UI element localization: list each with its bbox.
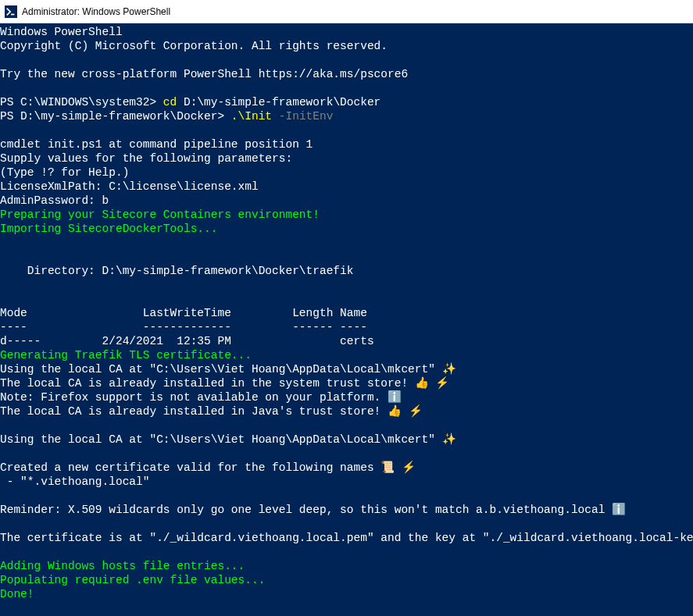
terminal-line: AdminPassword: b [0,194,693,208]
window-title: Administrator: Windows PowerShell [22,6,170,17]
terminal-line [0,250,693,264]
terminal-line: Reminder: X.509 wildcards only go one le… [0,503,693,517]
terminal-line [0,489,693,503]
terminal-line: - "*.viethoang.local" [0,475,693,489]
terminal-line: LicenseXmlPath: C:\license\license.xml [0,180,693,194]
window-titlebar: Administrator: Windows PowerShell [0,0,693,23]
terminal-line: Importing SitecoreDockerTools... [0,222,693,236]
terminal-line: Try the new cross-platform PowerShell ht… [0,67,693,81]
terminal-line [0,545,693,559]
terminal-line: Using the local CA at "C:\Users\Viet Hoa… [0,433,693,447]
terminal-line: Generating Traefik TLS certificate... [0,348,693,362]
terminal-line: Adding Windows hosts file entries... [0,559,693,573]
terminal-line: Using the local CA at "C:\Users\Viet Hoa… [0,362,693,376]
terminal-line [0,236,693,250]
terminal-line: Directory: D:\my-simple-framework\Docker… [0,264,693,278]
terminal-line: Created a new certificate valid for the … [0,461,693,475]
terminal-line: The local CA is already installed in the… [0,376,693,390]
terminal-line: cmdlet init.ps1 at command pipeline posi… [0,137,693,151]
terminal-line: Note: Firefox support is not available o… [0,390,693,404]
terminal-line [0,292,693,306]
powershell-icon [5,5,17,18]
terminal-line: ---- ------------- ------ ---- [0,320,693,334]
terminal-line: Done! [0,587,693,601]
terminal-output[interactable]: Windows PowerShellCopyright (C) Microsof… [0,23,693,603]
terminal-line [0,418,693,433]
terminal-line [0,53,693,67]
terminal-line [0,447,693,461]
terminal-line: PS C:\WINDOWS\system32> cd D:\my-simple-… [0,95,693,109]
terminal-line [0,81,693,95]
terminal-line: Preparing your Sitecore Containers envir… [0,208,693,222]
terminal-line [0,123,693,137]
terminal-line: (Type !? for Help.) [0,166,693,180]
terminal-line: Supply values for the following paramete… [0,151,693,166]
terminal-line: d----- 2/24/2021 12:35 PM certs [0,334,693,348]
terminal-line: Copyright (C) Microsoft Corporation. All… [0,39,693,53]
terminal-line [0,278,693,292]
terminal-line: The certificate is at "./_wildcard.vieth… [0,531,693,545]
terminal-line: The local CA is already installed in Jav… [0,404,693,418]
terminal-line: PS D:\my-simple-framework\Docker> .\Init… [0,109,693,123]
terminal-line [0,517,693,531]
terminal-line: Mode LastWriteTime Length Name [0,306,693,320]
terminal-line: Windows PowerShell [0,25,693,39]
terminal-line: Populating required .env file values... [0,573,693,587]
